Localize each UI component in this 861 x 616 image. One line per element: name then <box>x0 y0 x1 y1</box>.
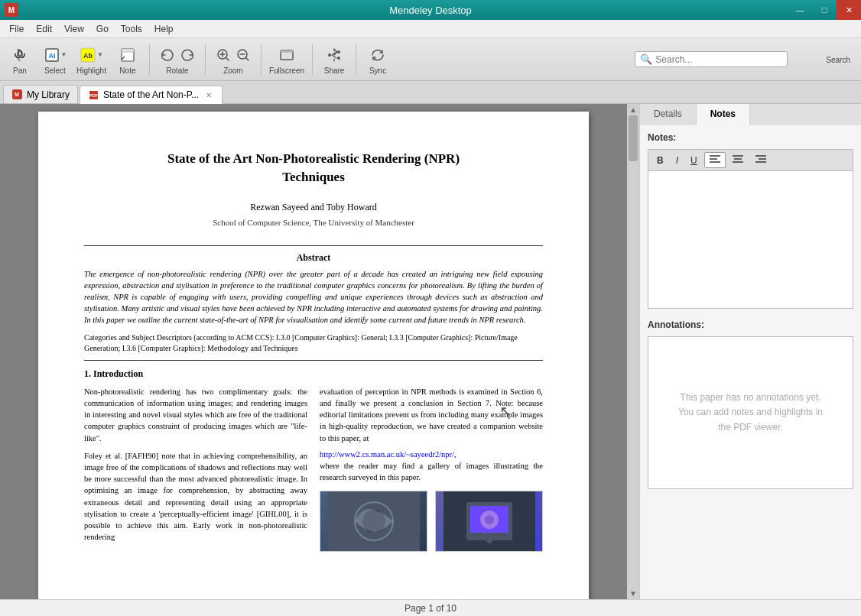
scrollbar-thumb[interactable] <box>629 115 638 161</box>
pdf-page: filet... State of the Art Non-Photoreali… <box>38 112 589 599</box>
separator-2 <box>205 44 206 75</box>
intro-left-text: Non-photorealistic rendering has two com… <box>84 386 307 444</box>
pdf-title-line2: Techniques <box>84 168 543 186</box>
pdf-affiliation: School of Computer Science, The Universi… <box>84 218 543 227</box>
fullscreen-icon <box>276 44 297 66</box>
categories-text: Categories and Subject Descriptors (acco… <box>84 332 543 354</box>
abstract-title: Abstract <box>84 252 543 264</box>
intro-right-text: evaluation of perception in NPR methods … <box>320 386 543 444</box>
search-label: Search <box>826 56 850 64</box>
svg-point-11 <box>337 50 340 53</box>
search-icon: 🔍 <box>640 53 652 65</box>
svg-text:PDF: PDF <box>89 93 98 98</box>
annotations-label: Annotations: <box>648 319 853 330</box>
tab-details[interactable]: Details <box>640 104 697 124</box>
rotate-icon <box>158 44 197 66</box>
close-tab-button[interactable]: ✕ <box>203 89 214 100</box>
divider-1 <box>84 245 543 246</box>
annotations-section: Annotations: This paper has no annotatio… <box>648 319 853 489</box>
highlight-tool[interactable]: Ab ▼ Highlight <box>73 43 109 76</box>
notes-toolbar: B I U <box>648 149 853 171</box>
underline-button[interactable]: U <box>685 152 703 168</box>
share-label: Share <box>324 66 345 75</box>
mendeley-logo-small: M <box>12 89 22 99</box>
pdf-images <box>320 491 543 552</box>
annotations-box: This paper has no annotations yet. You c… <box>648 336 853 489</box>
status-bar: Page 1 of 10 <box>0 599 861 616</box>
pdf-authors: Rezwan Sayeed and Toby Howard <box>84 202 543 213</box>
pdf-title-line1: State of the Art Non-Photorealistic Rend… <box>84 150 543 168</box>
scroll-down-button[interactable]: ▼ <box>629 589 637 598</box>
pan-label: Pan <box>13 66 27 75</box>
logo-letter: M <box>8 6 15 15</box>
toolbar: Pan AI ▼ Select Ab ▼ Highlight <box>0 38 861 81</box>
italic-button[interactable]: I <box>671 152 684 168</box>
pdf-scrollbar[interactable]: ▲ ▼ <box>627 104 639 599</box>
fullscreen-label: Fullscreen <box>269 66 304 75</box>
rotate-label: Rotate <box>166 66 188 75</box>
tab-notes[interactable]: Notes <box>697 104 750 125</box>
window-controls: — □ ✕ <box>788 0 861 20</box>
highlight-label: Highlight <box>76 66 106 75</box>
scroll-up-button[interactable]: ▲ <box>629 105 637 114</box>
highlight-arrow: ▼ <box>97 51 103 58</box>
note-icon <box>117 44 138 66</box>
share-icon <box>323 44 345 66</box>
search-input[interactable] <box>655 54 782 65</box>
pdf-viewer[interactable]: filet... State of the Art Non-Photoreali… <box>0 104 639 599</box>
zoom-label: Zoom <box>223 66 243 75</box>
select-arrow: ▼ <box>61 51 67 58</box>
svg-rect-6 <box>122 49 134 52</box>
rotate-tool[interactable]: Rotate <box>154 43 200 76</box>
highlight-icon: Ab ▼ <box>80 44 102 66</box>
abstract-text: The emergence of non-photorealistic rend… <box>84 268 543 326</box>
bold-button[interactable]: B <box>651 152 669 168</box>
pan-tool[interactable]: Pan <box>3 43 37 76</box>
align-center-button[interactable] <box>727 152 749 168</box>
select-tool[interactable]: AI ▼ Select <box>38 43 72 76</box>
align-right-button[interactable] <box>750 152 772 168</box>
zoom-tool[interactable]: Zoom <box>210 43 256 76</box>
notes-label: Notes: <box>648 132 853 143</box>
menu-view[interactable]: View <box>58 22 90 36</box>
logo-small: M <box>15 92 19 97</box>
note-tool[interactable]: Note <box>111 43 145 76</box>
svg-text:Ab: Ab <box>83 52 93 60</box>
pan-icon <box>9 44 31 66</box>
search-bar: 🔍 Search <box>635 51 858 67</box>
main-layout: filet... State of the Art Non-Photoreali… <box>0 104 861 599</box>
library-tab-icon: M <box>11 89 22 100</box>
menu-edit[interactable]: Edit <box>30 22 58 36</box>
title-bar: M Mendeley Desktop — □ ✕ <box>0 0 861 20</box>
close-button[interactable]: ✕ <box>837 0 861 20</box>
menu-file[interactable]: File <box>3 22 30 36</box>
maximize-button[interactable]: □ <box>812 0 837 20</box>
minimize-button[interactable]: — <box>788 0 812 20</box>
note-label: Note <box>119 66 135 75</box>
annotations-line2: You can add notes and highlights in <box>678 405 823 420</box>
menu-tools[interactable]: Tools <box>115 22 148 36</box>
align-left-button[interactable] <box>704 152 726 168</box>
zoom-icon <box>214 44 252 66</box>
document-tab-label: State of the Art Non-P... <box>103 89 199 100</box>
menu-help[interactable]: Help <box>148 22 180 36</box>
separator-5 <box>356 44 356 75</box>
tab-library[interactable]: M My Library <box>3 85 78 103</box>
intro-columns: Non-photorealistic rendering has two com… <box>84 386 543 553</box>
share-tool[interactable]: Share <box>317 43 351 76</box>
tab-document[interactable]: PDF State of the Art Non-P... ✕ <box>80 86 223 104</box>
notes-textarea[interactable] <box>648 171 853 309</box>
intro-right-col: evaluation of perception in NPR methods … <box>320 386 543 553</box>
menu-bar: File Edit View Go Tools Help <box>0 20 861 38</box>
separator-4 <box>312 44 313 75</box>
pdf-scroll-area[interactable]: filet... State of the Art Non-Photoreali… <box>0 104 627 599</box>
page-info: Page 1 of 10 <box>405 603 456 614</box>
annotations-empty: This paper has no annotations yet. You c… <box>678 391 823 435</box>
fullscreen-tool[interactable]: Fullscreen <box>266 43 307 76</box>
tab-bar: M My Library PDF State of the Art Non-P.… <box>0 81 861 104</box>
annotations-line3: the PDF viewer. <box>678 420 823 435</box>
menu-go[interactable]: Go <box>90 22 115 36</box>
intro-link[interactable]: http://www2.cs.man.ac.uk/~sayeedr2/npr/, <box>320 450 456 459</box>
sync-tool[interactable]: Sync <box>361 43 395 76</box>
svg-point-23 <box>485 515 494 524</box>
